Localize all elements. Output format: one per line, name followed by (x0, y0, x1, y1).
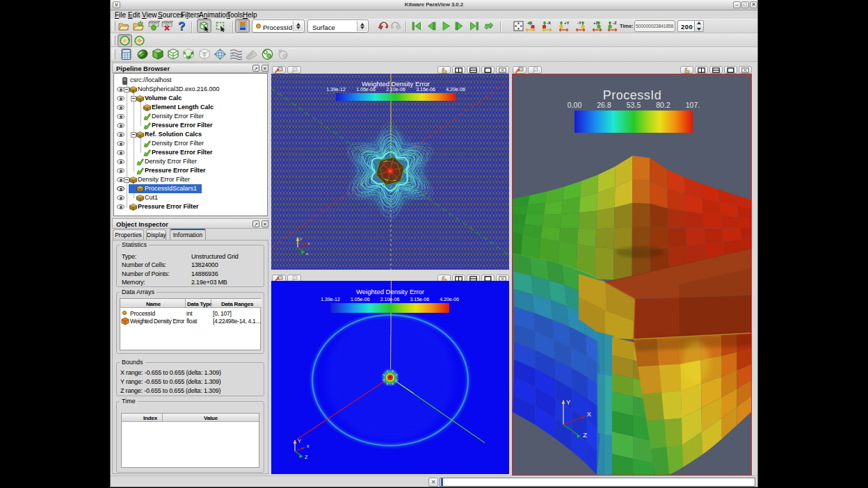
svg-text:1.05e-06: 1.05e-06 (356, 87, 376, 92)
svg-text:z: z (306, 252, 308, 256)
svg-text:Z: Z (583, 431, 587, 439)
svg-text:-Y: -Y (577, 21, 581, 25)
svg-text:3.15e-06: 3.15e-06 (416, 87, 435, 92)
svg-text:X: X (587, 410, 592, 418)
svg-text:1.39e-12: 1.39e-12 (321, 297, 340, 302)
svg-text:Y: Y (566, 398, 571, 406)
svg-text:Y: Y (298, 438, 301, 444)
svg-text:4.20e-06: 4.20e-06 (446, 87, 465, 92)
svg-text:y: y (300, 236, 302, 241)
svg-text:2.10e-06: 2.10e-06 (380, 297, 400, 302)
svg-text:x: x (307, 444, 310, 448)
svg-text:26.8: 26.8 (597, 101, 611, 109)
svg-text:80.2: 80.2 (656, 101, 670, 109)
svg-text:ProcessId: ProcessId (603, 88, 662, 102)
svg-text:Z: Z (305, 454, 308, 460)
svg-text:3.15e-06: 3.15e-06 (410, 297, 429, 302)
svg-text:107.: 107. (686, 101, 700, 109)
svg-text:2.10e-06: 2.10e-06 (386, 87, 405, 92)
svg-text:Weighted Density Error: Weighted Density Error (356, 288, 424, 295)
svg-text:4.20e-06: 4.20e-06 (440, 297, 459, 302)
svg-text:1.05e-06: 1.05e-06 (351, 297, 370, 302)
svg-text:1.39e-12: 1.39e-12 (326, 87, 346, 92)
svg-text:53.5: 53.5 (627, 101, 641, 109)
svg-text:+Y: +Y (564, 21, 570, 25)
svg-text:x: x (308, 241, 310, 245)
svg-text:0.00: 0.00 (568, 101, 582, 109)
svg-text:-Z: -Z (613, 21, 617, 25)
svg-text:-X: -X (547, 21, 551, 25)
